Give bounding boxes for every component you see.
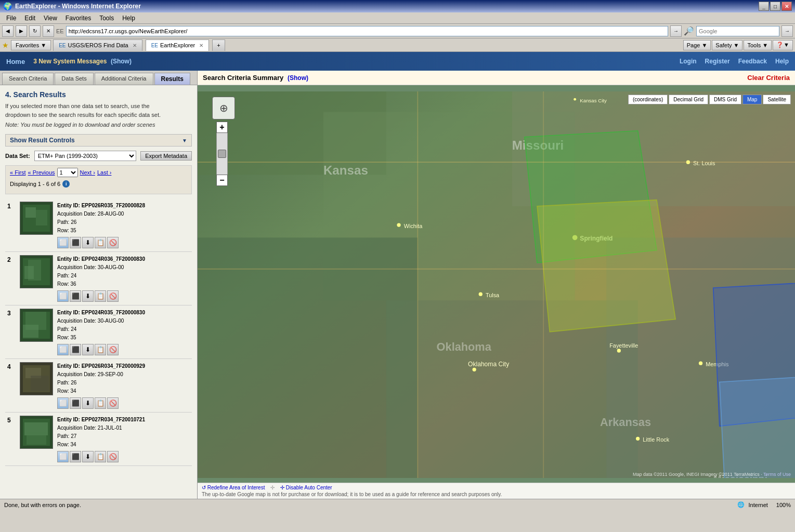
- order-btn-2[interactable]: 📋: [95, 290, 106, 302]
- toolbar-page-btn[interactable]: Page ▼: [683, 40, 711, 50]
- order-btn-1[interactable]: 📋: [95, 237, 106, 248]
- criteria-show-link[interactable]: (Show): [288, 74, 308, 82]
- map-view-btn[interactable]: Map: [742, 95, 762, 104]
- terms-link[interactable]: Terms of Use: [763, 472, 791, 477]
- footprint-btn-3[interactable]: ⬜: [57, 344, 69, 355]
- export-metadata-button[interactable]: Export Metadata: [140, 151, 192, 161]
- close-button[interactable]: ✕: [781, 2, 792, 11]
- app-header: Home 3 New System Messages (Show) Login …: [0, 52, 795, 71]
- back-button[interactable]: ◀: [2, 25, 14, 37]
- order-btn-4[interactable]: 📋: [95, 397, 106, 409]
- help-link[interactable]: Help: [775, 58, 789, 65]
- pan-control[interactable]: ⊕: [212, 97, 235, 119]
- address-input[interactable]: [66, 26, 668, 36]
- overlay-btn-1[interactable]: ⬛: [70, 237, 81, 248]
- exclude-btn-5[interactable]: 🚫: [107, 451, 119, 462]
- tab-data-sets[interactable]: Data Sets: [55, 73, 93, 85]
- exclude-btn-3[interactable]: 🚫: [107, 344, 119, 355]
- tab-additional-criteria[interactable]: Additional Criteria: [95, 73, 153, 85]
- svg-point-35: [397, 223, 400, 227]
- login-link[interactable]: Login: [680, 58, 697, 65]
- favorites-button[interactable]: Favorites ▼: [11, 40, 51, 50]
- satellite-view-btn[interactable]: Satellite: [763, 95, 791, 104]
- order-btn-3[interactable]: 📋: [95, 344, 106, 355]
- order-btn-5[interactable]: 📋: [95, 451, 106, 462]
- decimal-grid-btn[interactable]: Decimal Grid: [669, 95, 708, 104]
- next-page-link[interactable]: Next ›: [80, 169, 95, 176]
- sysmsg-link[interactable]: 3 New System Messages: [33, 58, 107, 65]
- svg-rect-2: [25, 207, 36, 218]
- tab-results[interactable]: Results: [154, 73, 190, 85]
- result-thumb-4: [20, 362, 53, 395]
- overlay-btn-4[interactable]: ⬛: [70, 397, 81, 409]
- download-btn-1[interactable]: ⬇: [82, 237, 94, 248]
- first-page-link[interactable]: « First: [10, 169, 26, 176]
- tab-earthexplorer[interactable]: EE EarthExplorer ✕: [146, 39, 210, 51]
- menu-favorites[interactable]: Favorites: [61, 14, 95, 23]
- new-tab-button[interactable]: +: [212, 39, 225, 51]
- footprint-btn-4[interactable]: ⬜: [57, 397, 69, 409]
- tab-usgs-close[interactable]: ✕: [133, 43, 137, 48]
- zoom-slider[interactable]: [216, 133, 228, 175]
- result-actions-2: ⬜ ⬛ ⬇ 📋 🚫: [57, 290, 190, 302]
- search-go-button[interactable]: →: [781, 25, 793, 37]
- info-icon[interactable]: i: [62, 180, 70, 188]
- exclude-btn-1[interactable]: 🚫: [107, 237, 119, 248]
- separator: ✢: [270, 485, 275, 490]
- disable-auto-center-link[interactable]: ✢ Disable Auto Center: [280, 485, 332, 490]
- download-btn-2[interactable]: ⬇: [82, 290, 94, 302]
- overlay-btn-2[interactable]: ⬛: [70, 290, 81, 302]
- menu-tools[interactable]: Tools: [95, 14, 118, 23]
- acq-date-4: Acquisition Date: 29-SEP-00: [57, 370, 190, 379]
- toolbar-help-btn[interactable]: ❓▼: [773, 40, 793, 50]
- redefine-link[interactable]: ↺ Redefine Area of Interest: [202, 485, 265, 490]
- results-scroll[interactable]: 4. Search Results If you selected more t…: [0, 85, 197, 499]
- search-input[interactable]: [696, 26, 779, 36]
- register-link[interactable]: Register: [705, 58, 730, 65]
- home-link[interactable]: Home: [6, 58, 25, 65]
- download-btn-4[interactable]: ⬇: [82, 397, 94, 409]
- zoom-out-button[interactable]: −: [216, 175, 228, 186]
- toolbar-tools-btn[interactable]: Tools ▼: [744, 40, 772, 50]
- menu-edit[interactable]: Edit: [20, 14, 40, 23]
- download-btn-5[interactable]: ⬇: [82, 451, 94, 462]
- path-2: Path: 24: [57, 272, 190, 280]
- status-text: Done, but with errors on page.: [4, 502, 81, 508]
- maximize-button[interactable]: □: [770, 2, 780, 11]
- coordinates-btn[interactable]: (coordinates): [628, 95, 668, 104]
- footprint-btn-5[interactable]: ⬜: [57, 451, 69, 462]
- refresh-button[interactable]: ↻: [29, 25, 41, 37]
- favorites-dropdown-icon: ▼: [41, 42, 46, 48]
- tab-ee-close[interactable]: ✕: [199, 43, 203, 48]
- sysmsg-show-link[interactable]: (Show): [111, 58, 132, 65]
- menu-file[interactable]: File: [2, 14, 20, 23]
- menu-view[interactable]: View: [40, 14, 61, 23]
- clear-criteria-button[interactable]: Clear Criteria: [747, 74, 790, 82]
- dataset-select[interactable]: ETM+ Pan (1999-2003): [34, 151, 137, 161]
- minimize-button[interactable]: _: [759, 2, 769, 11]
- overlay-btn-5[interactable]: ⬛: [70, 451, 81, 462]
- forward-button[interactable]: ▶: [16, 25, 27, 37]
- toolbar-safety-btn[interactable]: Safety ▼: [712, 40, 742, 50]
- stop-button[interactable]: ✕: [43, 25, 54, 37]
- tab-search-criteria[interactable]: Search Criteria: [2, 73, 54, 85]
- overlay-btn-3[interactable]: ⬛: [70, 344, 81, 355]
- page-select[interactable]: 1: [57, 168, 78, 177]
- footprint-btn-2[interactable]: ⬜: [57, 290, 69, 302]
- zoom-in-button[interactable]: +: [216, 122, 228, 133]
- last-page-link[interactable]: Last ›: [97, 169, 112, 176]
- feedback-link[interactable]: Feedback: [738, 58, 767, 65]
- left-panel: Search Criteria Data Sets Additional Cri…: [0, 71, 198, 499]
- footprint-btn-1[interactable]: ⬜: [57, 237, 69, 248]
- download-btn-3[interactable]: ⬇: [82, 344, 94, 355]
- go-button[interactable]: →: [670, 25, 682, 37]
- result-thumb-1: [20, 202, 53, 235]
- prev-page-link[interactable]: « Previous: [28, 169, 55, 176]
- show-controls-bar[interactable]: Show Result Controls ▼: [5, 134, 192, 147]
- menu-help[interactable]: Help: [118, 14, 139, 23]
- exclude-btn-4[interactable]: 🚫: [107, 397, 119, 409]
- map-area[interactable]: Topeka Kansas City St. Louis Springfield…: [198, 91, 795, 478]
- dms-grid-btn[interactable]: DMS Grid: [709, 95, 741, 104]
- exclude-btn-2[interactable]: 🚫: [107, 290, 119, 302]
- tab-usgs[interactable]: EE USGS/EROS Find Data ✕: [53, 39, 142, 51]
